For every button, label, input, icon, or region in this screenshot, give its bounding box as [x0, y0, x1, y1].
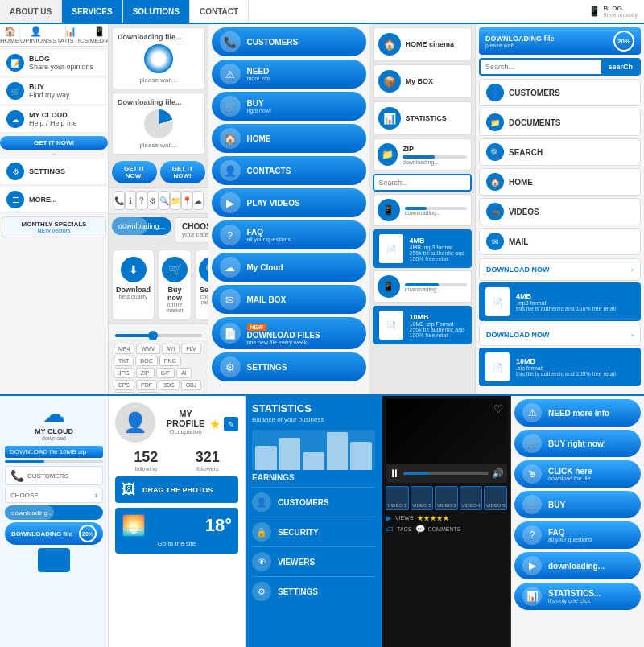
brb-buy[interactable]: 🛒 BUY right now! — [514, 430, 641, 457]
ft-obj[interactable]: OBJ — [181, 380, 202, 390]
bb-settings[interactable]: ⚙ SETTINGS — [212, 352, 366, 381]
iconbar-search[interactable]: 🔍 — [159, 191, 170, 210]
heart-icon[interactable]: ♡ — [493, 402, 504, 415]
subnav-opinions[interactable]: 👤 OPINIONS — [20, 24, 52, 46]
video-thumb-5[interactable]: VIDEO 5 — [484, 486, 507, 510]
nav-solutions[interactable]: SOLUTIONS — [123, 0, 190, 23]
nav-contact[interactable]: CONTACT — [190, 0, 249, 23]
ft-png[interactable]: PNG — [159, 356, 181, 366]
progress-section: downloading... CHOOSE your category... › — [109, 214, 208, 246]
bottom-choose[interactable]: CHOOSE › — [5, 488, 103, 503]
bb-customers[interactable]: 📞 CUSTOMERS — [212, 27, 366, 56]
bottom-customers[interactable]: 📞 CUSTOMERS — [5, 466, 103, 485]
ft-txt[interactable]: TXT — [114, 356, 134, 366]
ft-zip[interactable]: ZIP — [136, 368, 155, 378]
sidebar-item-settings[interactable]: ⚙ SETTINGS — [0, 159, 108, 185]
video-thumb-3[interactable]: VIDEO 3 — [435, 486, 458, 510]
bs-customers[interactable]: 👤 CUSTOMERS — [252, 487, 375, 517]
dl-card-10mb: 📄 10MB 10MB .zip Format 256k bit authent… — [373, 306, 473, 344]
slider-thumb[interactable] — [148, 331, 158, 340]
subnav-media[interactable]: 📱 MEDIA — [89, 24, 109, 46]
bb-home[interactable]: 🏠 HOME — [212, 124, 366, 153]
subnav-statistics[interactable]: 📊 STATISTICS — [52, 24, 89, 46]
right-search-input[interactable] — [481, 60, 601, 74]
go-to-site[interactable]: Go to the site — [122, 540, 232, 547]
rcol-home[interactable]: 🏠 HOME — [479, 168, 641, 196]
ft-eps[interactable]: EPS — [114, 380, 134, 390]
video-progress-track[interactable] — [403, 472, 489, 475]
ft-3ds[interactable]: 3DS — [159, 380, 180, 390]
ft-jpg[interactable]: JPG — [114, 368, 134, 378]
nav-about-us[interactable]: ABOUT US — [0, 0, 62, 23]
ft-avi[interactable]: AVI — [162, 344, 180, 354]
bb-mailbox[interactable]: ✉ MAIL BOX — [212, 285, 366, 314]
ft-pdf[interactable]: PDF — [136, 380, 157, 390]
brb-faq[interactable]: ? FAQ all your questions — [514, 521, 641, 549]
edit-icon[interactable]: ✎ — [224, 417, 238, 431]
ft-flv[interactable]: FLV — [181, 344, 200, 354]
feature-buy[interactable]: 🛒 Buy now online market — [158, 249, 192, 320]
video-thumb-4[interactable]: VIDEO 4 — [460, 486, 483, 510]
ft-wmv[interactable]: WMV — [136, 344, 159, 354]
iconbar-zip[interactable]: 📁 — [170, 191, 181, 210]
bb-faq[interactable]: ? FAQ all your questions — [212, 220, 366, 249]
bb-play-videos[interactable]: ▶ PLAY VIDEOS — [212, 188, 366, 217]
panel-search-bar[interactable]: OK — [373, 174, 473, 192]
choose-category-box[interactable]: CHOOSE your category... › — [175, 217, 208, 243]
iconbar-location[interactable]: 📍 — [181, 191, 192, 210]
bs-security[interactable]: 🔒 SECURITY — [252, 517, 375, 546]
right-search-bar[interactable]: searCh — [479, 58, 641, 76]
iconbar-settings[interactable]: ⚙ — [147, 191, 159, 210]
cta-btn-1[interactable]: GET IT NOW! — [112, 161, 157, 183]
rcol-mail[interactable]: ✉ MAIL — [479, 228, 641, 255]
drag-photos-btn[interactable]: 🖼 DRAG THE PHOTOS — [115, 476, 238, 503]
rcol-documents[interactable]: 📁 DOCUMENTS — [479, 109, 641, 136]
brb-click[interactable]: 🖱 CLICK here download the file — [514, 460, 641, 488]
sidebar-get-it-now[interactable]: GET IT NOW! ... — [0, 136, 108, 155]
iconbar-cloud[interactable]: ☁ — [192, 191, 204, 210]
right-search-button[interactable]: searCh — [601, 60, 639, 74]
iconbar-question[interactable]: ? — [136, 191, 147, 210]
sidebar-item-more[interactable]: ☰ MORE... — [0, 187, 108, 213]
bb-buy[interactable]: 🛒 BUY right now! — [212, 92, 366, 121]
ft-mp4[interactable]: MP4 — [114, 344, 134, 354]
ft-svg[interactable]: SVG — [137, 392, 159, 394]
feature-download[interactable]: ⬇ Download best quality — [112, 249, 155, 320]
nav-services[interactable]: SERVICES — [62, 0, 122, 23]
bb-contacts[interactable]: 👤 CONTACTS — [212, 156, 366, 185]
bottom-dl-file[interactable]: DOWNLOAD file 10MB zip — [5, 446, 103, 458]
video-thumb-2[interactable]: VIDEO 2 — [411, 486, 434, 510]
rcol-customers[interactable]: 👤 CUSTOMERS — [479, 79, 641, 106]
subnav-home[interactable]: 🏠 HOME — [0, 24, 20, 46]
top-navigation: ABOUT US SERVICES SOLUTIONS CONTACT 📱 BL… — [0, 0, 644, 24]
search-input[interactable] — [374, 175, 473, 190]
ft-gif[interactable]: GIF — [156, 368, 175, 378]
bs-settings[interactable]: ⚙ SETTINGS — [252, 576, 375, 606]
play-pause-button[interactable]: ⏸ — [389, 467, 400, 480]
brb-downloading[interactable]: ▶ downloading... — [514, 552, 641, 579]
rcol-videos[interactable]: 📹 VIDEOS — [479, 198, 641, 225]
ft-ai[interactable]: AI — [176, 368, 192, 378]
brb-statistics[interactable]: 📊 STATISTICS... it's only one click — [514, 583, 641, 610]
sidebar-item-blog[interactable]: 📝 BLOG Share your opinions — [0, 50, 108, 76]
rcol-search[interactable]: 🔍 SEARCH — [479, 138, 641, 166]
ft-doc[interactable]: DOC — [135, 356, 158, 366]
sidebar-item-mycloud[interactable]: ☁ MY CLOUD Help / Help me — [0, 106, 108, 133]
sidebar-item-buy[interactable]: 🛒 BUY Find my way — [0, 78, 108, 105]
feature-search[interactable]: 🔍 Search choose a category — [195, 249, 208, 320]
ft-cad[interactable]: CAD — [114, 392, 135, 394]
bb-need[interactable]: ⚠ NEED more info — [212, 60, 366, 89]
volume-icon[interactable]: 🔊 — [492, 468, 504, 479]
iconbar-phone[interactable]: 📞 — [114, 191, 125, 210]
cta-btn-2[interactable]: GET IT NOW! — [160, 161, 205, 183]
bs-viewers[interactable]: 👁 VIEWERS — [252, 546, 375, 576]
video-thumb-1[interactable]: VIDEO 1 — [386, 486, 409, 510]
bb-mycloud[interactable]: ☁ My Cloud — [212, 253, 366, 282]
iconbar-info[interactable]: ℹ — [125, 191, 136, 210]
bb-download-files[interactable]: 📄 NEW DOWNLOAD FILES one new file every … — [212, 317, 366, 349]
bottom-mycloud: ☁ MY CLOUD download DOWNLOAD file 10MB z… — [0, 396, 109, 647]
brb-need[interactable]: ⚠ NEED more info — [514, 399, 641, 427]
slider-track[interactable] — [115, 334, 202, 337]
rcol-dl-card-4mb: 📄 4MB .mp3 format this file is authentic… — [479, 282, 641, 321]
brb-buy2[interactable]: 🛒 BUY — [514, 491, 641, 518]
